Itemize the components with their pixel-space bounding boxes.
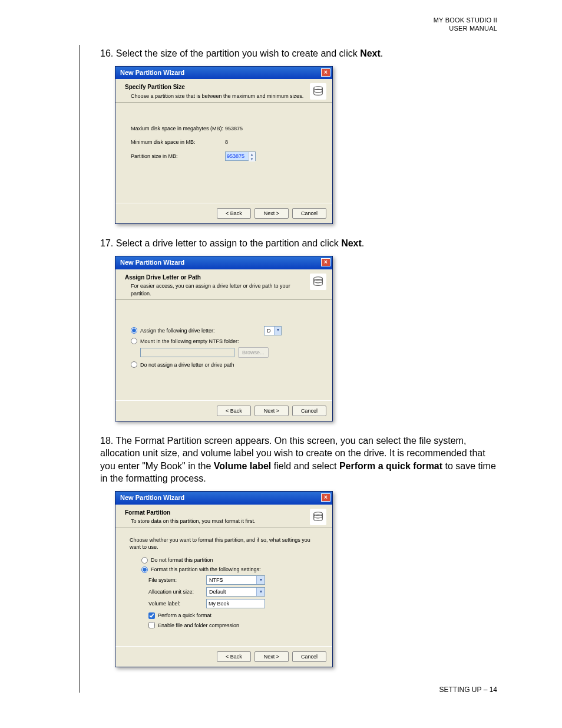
radio-assign-letter[interactable] xyxy=(131,327,137,334)
header-subtitle: Choose a partition size that is between … xyxy=(131,93,303,100)
button-row: < Back Next > Cancel xyxy=(115,400,332,421)
drive-letter-select[interactable]: D ▾ xyxy=(264,326,282,335)
allocation-unit-value: Default xyxy=(209,588,226,595)
dialog-body: Choose whether you want to format this p… xyxy=(115,528,332,646)
dialog-body: Assign the following drive letter: D ▾ M… xyxy=(115,300,332,400)
drive-icon xyxy=(310,83,326,100)
close-icon[interactable] xyxy=(321,68,330,77)
radio-no-assign[interactable] xyxy=(131,361,137,368)
step-bold: Next xyxy=(360,48,381,58)
max-space-label: Maxium disk space in megabytes (MB): xyxy=(131,125,225,132)
button-row: < Back Next > Cancel xyxy=(115,646,332,667)
next-button[interactable]: Next > xyxy=(254,208,289,219)
header-title: Specify Partition Size xyxy=(125,83,303,91)
close-icon[interactable] xyxy=(321,258,330,266)
dialog-title: New Partition Wizard xyxy=(120,493,184,502)
step-number: 17. xyxy=(100,238,113,248)
spinner-down-icon[interactable]: ▼ xyxy=(249,157,255,162)
back-button[interactable]: < Back xyxy=(217,406,251,416)
step-tail: . xyxy=(381,48,383,58)
dialog-format-partition: New Partition Wizard Format Partition To… xyxy=(115,491,333,667)
step-bold: Volume label xyxy=(214,461,272,471)
min-space-label: Minimum disk space in MB: xyxy=(131,139,225,146)
page-header: MY BOOK STUDIO II USER MANUAL xyxy=(434,17,497,33)
back-button[interactable]: < Back xyxy=(217,208,251,219)
dialog-header: Assign Drive Letter or Path For easier a… xyxy=(115,269,332,300)
chevron-down-icon[interactable]: ▾ xyxy=(256,576,265,584)
max-space-value: 953875 xyxy=(225,125,243,132)
vertical-divider xyxy=(80,45,80,693)
checkbox-compression[interactable] xyxy=(148,622,155,628)
page-footer: SETTING UP – 14 xyxy=(439,686,497,694)
step-tail: . xyxy=(362,238,364,248)
dialog-body: Maxium disk space in megabytes (MB): 953… xyxy=(115,103,332,203)
checkbox-compression-label: Enable file and folder compression xyxy=(158,622,239,629)
radio-mount-folder[interactable] xyxy=(131,338,137,344)
radio-format-with-settings-label: Format this partition with the following… xyxy=(151,566,261,573)
file-system-label: File system: xyxy=(148,577,206,584)
allocation-unit-label: Allocation unit size: xyxy=(148,588,206,595)
format-intro: Choose whether you want to format this p… xyxy=(130,536,322,551)
checkbox-quick-format-label: Perform a quick format xyxy=(158,612,211,619)
cancel-button[interactable]: Cancel xyxy=(292,208,326,219)
next-button[interactable]: Next > xyxy=(254,406,289,416)
cancel-button[interactable]: Cancel xyxy=(292,651,326,662)
header-subtitle: For easier access, you can assign a driv… xyxy=(131,282,310,297)
file-system-select[interactable]: NTFS ▾ xyxy=(206,575,265,585)
dialog-header: Format Partition To store data on this p… xyxy=(115,505,332,528)
partition-size-field[interactable] xyxy=(226,152,248,160)
allocation-unit-select[interactable]: Default ▾ xyxy=(206,587,265,597)
browse-button: Browse... xyxy=(238,347,269,358)
close-icon[interactable] xyxy=(321,493,330,502)
header-line1: MY BOOK STUDIO II xyxy=(434,17,497,25)
step-16: 16. Select the size of the partition you… xyxy=(100,47,497,60)
partition-size-input[interactable]: ▲ ▼ xyxy=(225,151,256,161)
header-subtitle: To store data on this partition, you mus… xyxy=(131,518,256,525)
checkbox-quick-format[interactable] xyxy=(148,612,155,619)
step-bold2: Perform a quick format xyxy=(339,461,442,471)
spinner-up-icon[interactable]: ▲ xyxy=(249,152,255,157)
step-number: 18. xyxy=(100,436,113,446)
content-area: 16. Select the size of the partition you… xyxy=(100,47,497,680)
titlebar[interactable]: New Partition Wizard xyxy=(115,67,332,80)
step-text: Select a drive letter to assign to the p… xyxy=(116,238,341,248)
radio-no-format-label: Do not format this partition xyxy=(151,556,213,564)
header-line2: USER MANUAL xyxy=(434,25,497,33)
step-bold: Next xyxy=(341,238,362,248)
spinner-buttons[interactable]: ▲ ▼ xyxy=(248,152,255,160)
radio-assign-letter-label: Assign the following drive letter: xyxy=(140,327,215,334)
file-system-value: NTFS xyxy=(209,577,223,584)
titlebar[interactable]: New Partition Wizard xyxy=(115,256,332,269)
step-number: 16. xyxy=(100,48,113,58)
titlebar[interactable]: New Partition Wizard xyxy=(115,492,332,505)
cancel-button[interactable]: Cancel xyxy=(292,406,326,416)
button-row: < Back Next > Cancel xyxy=(115,203,332,223)
dialog-title: New Partition Wizard xyxy=(120,258,184,267)
mount-path-input xyxy=(140,348,234,357)
header-title: Assign Drive Letter or Path xyxy=(125,274,310,282)
chevron-down-icon[interactable]: ▾ xyxy=(274,327,281,335)
radio-no-format[interactable] xyxy=(141,557,148,564)
step-mid: field and select xyxy=(271,461,339,471)
dialog-specify-partition-size: New Partition Wizard Specify Partition S… xyxy=(115,66,333,225)
radio-no-assign-label: Do not assign a drive letter or drive pa… xyxy=(140,361,234,368)
next-button[interactable]: Next > xyxy=(254,651,289,662)
header-title: Format Partition xyxy=(125,509,256,517)
back-button[interactable]: < Back xyxy=(217,651,251,662)
dialog-assign-drive-letter: New Partition Wizard Assign Drive Letter… xyxy=(115,256,333,421)
step-17: 17. Select a drive letter to assign to t… xyxy=(100,237,497,250)
chevron-down-icon[interactable]: ▾ xyxy=(256,588,265,596)
step-18: 18. The Format Partition screen appears.… xyxy=(100,434,497,485)
drive-icon xyxy=(310,274,326,290)
partition-size-label: Partition size in MB: xyxy=(131,153,225,160)
volume-label-input[interactable] xyxy=(206,599,265,608)
drive-letter-value: D xyxy=(267,327,271,334)
dialog-header: Specify Partition Size Choose a partitio… xyxy=(115,79,332,103)
drive-icon xyxy=(310,509,326,525)
step-text: Select the size of the partition you wis… xyxy=(116,48,360,58)
min-space-value: 8 xyxy=(225,139,228,146)
dialog-title: New Partition Wizard xyxy=(120,68,184,77)
radio-format-with-settings[interactable] xyxy=(141,566,148,573)
radio-mount-folder-label: Mount in the following empty NTFS folder… xyxy=(140,338,239,345)
volume-label-label: Volume label: xyxy=(148,600,206,607)
